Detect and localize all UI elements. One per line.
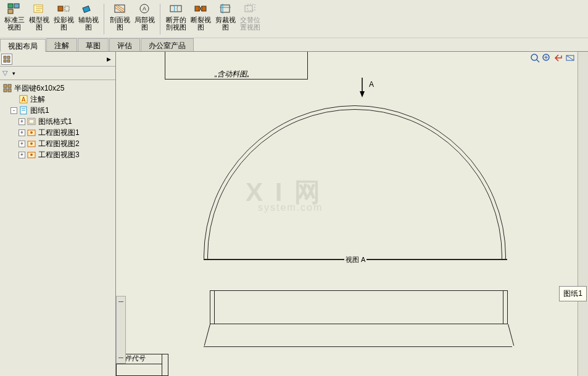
tab-3[interactable]: 评估	[109, 38, 140, 51]
svg-line-38	[537, 60, 539, 62]
tree-item-3[interactable]: +工程图视图1	[1, 127, 114, 138]
tool-label: 剪裁视 图	[215, 16, 236, 31]
model-icon	[31, 2, 46, 15]
assembly-icon	[2, 84, 12, 92]
title-block-text: „含动料图„	[215, 69, 249, 80]
tab-4[interactable]: 办公室产品	[141, 38, 194, 51]
tree-item-2[interactable]: +图纸格式1	[1, 116, 114, 127]
dv-icon	[27, 150, 36, 159]
tool-sect-button[interactable]: 剖面视 图	[108, 1, 131, 32]
view-label: 视图 A	[344, 255, 366, 264]
tool-label: 剖面视 图	[110, 16, 130, 31]
svg-text:A: A	[21, 96, 25, 103]
svg-rect-12	[202, 6, 206, 11]
tree-item-label: 图纸格式1	[38, 116, 72, 127]
tool-label: 断开的 剖视图	[166, 16, 186, 31]
svg-point-37	[531, 54, 537, 60]
filter-row: ▽ ▾	[0, 67, 115, 80]
sect-icon	[112, 2, 127, 15]
svg-point-34	[30, 142, 33, 145]
tree-item-1[interactable]: -图纸1	[1, 105, 114, 116]
scrollbar-vertical[interactable]	[578, 52, 588, 376]
svg-rect-16	[4, 56, 6, 59]
sheet-tab[interactable]: 图纸1	[559, 286, 587, 301]
tool-std3-button[interactable]: 标准三 视图	[2, 1, 26, 32]
tool-label: 交替位 置视图	[240, 16, 260, 31]
tool-broken-button[interactable]: 断开的 剖视图	[164, 1, 188, 32]
prev-view-icon[interactable]	[553, 53, 563, 63]
tree-root-label: 半圆键6x10x25	[14, 83, 64, 94]
rect-chamfer-left	[204, 324, 210, 346]
tree-expand-icon[interactable]: +	[19, 118, 25, 125]
dv-icon	[27, 139, 36, 148]
tree-root[interactable]: 半圆键6x10x25	[1, 83, 114, 94]
tree-item-label: 图纸1	[30, 105, 49, 116]
tree-item-label: 注解	[30, 94, 45, 105]
filter-dropdown-icon[interactable]: ▾	[12, 70, 15, 76]
tree-item-label: 工程图视图3	[38, 150, 80, 160]
feature-tree: 半圆键6x10x25A注解-图纸1+图纸格式1+工程图视图1+工程图视图2+工程…	[0, 80, 115, 376]
tree-expand-icon[interactable]: +	[19, 141, 25, 147]
svg-rect-4	[58, 6, 63, 11]
drawing-canvas[interactable]: „含动料图„ A 视图 A 零件代号 X I 网 system.com 图纸1	[116, 52, 588, 376]
tree-item-4[interactable]: +工程图视图2	[1, 138, 114, 149]
tool-model-button[interactable]: 模型视 图	[27, 1, 51, 32]
tool-crop-button[interactable]: 剪裁视 图	[213, 1, 237, 32]
svg-rect-1	[14, 4, 19, 8]
svg-point-36	[30, 153, 33, 156]
sheet-icon	[19, 106, 28, 115]
tool-label: 局部视 图	[135, 16, 155, 31]
panel-tab-row: ▶	[0, 52, 115, 67]
tab-1[interactable]: 注解	[46, 38, 77, 51]
rect-edge-right	[503, 290, 503, 324]
filter-icon[interactable]: ▽	[2, 69, 11, 78]
svg-rect-18	[4, 60, 6, 62]
toolbar-separator	[160, 4, 160, 35]
section-arrow-label: A	[369, 80, 374, 89]
tree-expand-icon[interactable]: -	[10, 107, 17, 114]
toolbar-separator	[104, 4, 104, 35]
svg-rect-11	[195, 6, 199, 11]
panel-dropdown-icon[interactable]: ▶	[107, 56, 114, 62]
svg-line-43	[566, 55, 574, 60]
broken-icon	[168, 2, 183, 15]
svg-marker-47	[360, 91, 365, 97]
tool-proj-button[interactable]: 投影视 图	[52, 1, 75, 32]
alt-icon	[242, 2, 257, 15]
tree-item-0[interactable]: A注解	[1, 94, 114, 105]
tab-2[interactable]: 草图	[78, 38, 109, 51]
rect-bottom-line	[204, 346, 512, 347]
svg-rect-23	[8, 89, 11, 92]
svg-rect-6	[83, 6, 90, 13]
svg-text:A: A	[143, 6, 146, 12]
tree-item-5[interactable]: +工程图视图3	[1, 149, 114, 160]
ribbon-tabs: 视图布局注解草图评估办公室产品	[0, 38, 588, 52]
zoom-area-icon[interactable]	[542, 53, 552, 63]
zoom-fit-icon[interactable]	[530, 53, 540, 63]
ruler-left[interactable]	[116, 296, 126, 364]
partno-block-ext	[162, 354, 168, 376]
svg-rect-17	[7, 56, 10, 59]
tool-aux-button[interactable]: 辅助视 图	[77, 1, 100, 32]
std3-icon	[7, 2, 22, 15]
tab-0[interactable]: 视图布局	[0, 39, 46, 52]
section-view-icon[interactable]	[565, 53, 575, 63]
main-toolbar: 标准三 视图模型视 图投影视 图辅助视 图剖面视 图A局部视 图断开的 剖视图断…	[0, 0, 588, 38]
break-icon	[193, 2, 208, 15]
aux-icon	[81, 2, 96, 15]
rect-chamfer-right	[508, 324, 514, 346]
tool-break-button[interactable]: 断裂视 图	[189, 1, 212, 32]
tree-expand-icon[interactable]: +	[19, 152, 25, 158]
proj-icon	[56, 2, 71, 15]
rect-view	[210, 290, 508, 324]
feature-tree-tab-icon[interactable]	[1, 54, 12, 65]
tree-item-label: 工程图视图1	[38, 128, 80, 138]
section-arrow	[358, 78, 366, 100]
A-icon: A	[19, 95, 28, 104]
tree-expand-icon[interactable]: +	[19, 129, 25, 136]
svg-rect-0	[8, 4, 13, 8]
tool-local-button[interactable]: A局部视 图	[133, 1, 156, 32]
tool-label: 断裂视 图	[191, 16, 211, 31]
svg-rect-10	[170, 6, 181, 12]
dv-icon	[27, 128, 36, 137]
